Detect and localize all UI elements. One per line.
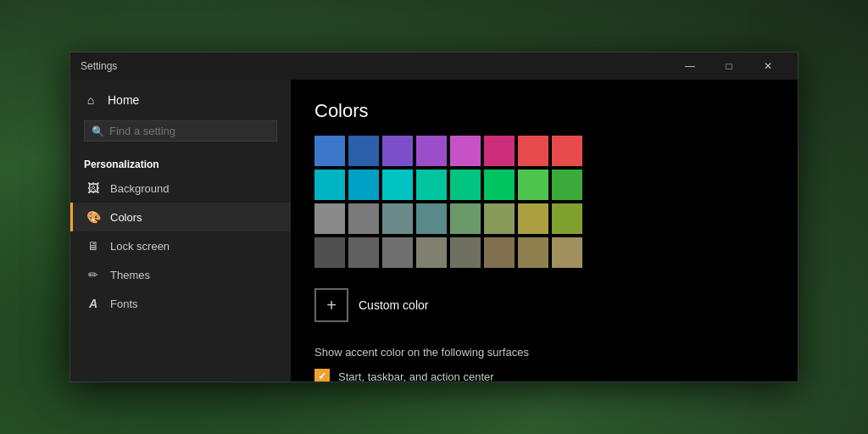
color-swatch[interactable] (484, 136, 515, 166)
minimize-button[interactable]: — (670, 53, 709, 80)
color-swatch[interactable] (314, 237, 345, 268)
sidebar-fonts-label: Fonts (110, 298, 138, 310)
sidebar: ⌂ Home 🔍 Personalization 🖼 Background 🎨 … (70, 80, 291, 381)
sidebar-themes-label: Themes (110, 269, 150, 281)
custom-color-label: Custom color (359, 298, 428, 312)
page-title: Colors (314, 100, 774, 122)
sidebar-colors-label: Colors (110, 211, 142, 224)
plus-icon: + (326, 296, 337, 315)
sidebar-item-themes[interactable]: ✏ Themes (70, 260, 291, 289)
fonts-icon: A (86, 297, 100, 310)
home-label: Home (108, 93, 139, 107)
sidebar-item-fonts[interactable]: A Fonts (70, 289, 291, 318)
color-swatch[interactable] (450, 170, 481, 200)
search-input[interactable] (109, 125, 270, 137)
personalization-section-label: Personalization (70, 148, 291, 174)
taskbar-checkbox-label: Start, taskbar, and action center (338, 370, 494, 382)
home-icon: ⌂ (84, 93, 97, 107)
color-swatch[interactable] (552, 203, 582, 234)
color-swatch[interactable] (450, 203, 481, 234)
title-bar: Settings — □ ✕ (70, 53, 798, 80)
sidebar-lockscreen-label: Lock screen (110, 240, 170, 253)
color-swatch[interactable] (450, 136, 481, 166)
color-swatch[interactable] (518, 203, 548, 234)
color-swatch[interactable] (518, 136, 548, 166)
custom-color-box: + (314, 288, 348, 322)
taskbar-checkbox-row[interactable]: Start, taskbar, and action center (314, 369, 774, 381)
taskbar-checkbox[interactable] (314, 369, 330, 381)
color-swatch[interactable] (484, 203, 515, 234)
background-icon: 🖼 (86, 181, 100, 195)
window-body: ⌂ Home 🔍 Personalization 🖼 Background 🎨 … (70, 80, 798, 381)
sidebar-item-colors[interactable]: 🎨 Colors (70, 203, 291, 231)
main-content: Colors + Custom color Show accent color … (291, 80, 798, 381)
color-swatch[interactable] (314, 170, 345, 200)
sidebar-item-background[interactable]: 🖼 Background (70, 174, 291, 203)
lockscreen-icon: 🖥 (86, 239, 100, 253)
maximize-button[interactable]: □ (709, 53, 748, 80)
color-swatch[interactable] (552, 136, 582, 166)
color-swatch[interactable] (382, 170, 413, 200)
sidebar-item-home[interactable]: ⌂ Home (70, 86, 291, 114)
color-swatch[interactable] (518, 237, 548, 268)
close-button[interactable]: ✕ (748, 53, 787, 80)
accent-surface-label: Show accent color on the following surfa… (314, 346, 774, 359)
color-swatch[interactable] (348, 136, 379, 166)
color-swatch[interactable] (382, 237, 413, 268)
search-icon: 🔍 (92, 125, 104, 137)
color-swatch[interactable] (416, 203, 447, 234)
settings-window: Settings — □ ✕ ⌂ Home 🔍 Personalization … (70, 52, 798, 382)
window-title: Settings (81, 60, 670, 72)
sidebar-item-lockscreen[interactable]: 🖥 Lock screen (70, 231, 291, 260)
color-grid (314, 136, 774, 268)
color-swatch[interactable] (416, 136, 447, 166)
color-swatch[interactable] (552, 237, 582, 268)
colors-icon: 🎨 (86, 210, 100, 224)
color-swatch[interactable] (348, 170, 379, 200)
color-swatch[interactable] (382, 203, 413, 234)
sidebar-background-label: Background (110, 182, 169, 195)
window-controls: — □ ✕ (670, 53, 787, 80)
color-swatch[interactable] (484, 237, 515, 268)
color-swatch[interactable] (552, 170, 582, 200)
custom-color-button[interactable]: + Custom color (314, 281, 774, 329)
color-swatch[interactable] (518, 170, 548, 200)
color-swatch[interactable] (348, 203, 379, 234)
color-swatch[interactable] (450, 237, 481, 268)
color-swatch[interactable] (314, 203, 345, 234)
color-swatch[interactable] (484, 170, 515, 200)
themes-icon: ✏ (86, 268, 100, 281)
color-swatch[interactable] (382, 136, 413, 166)
color-swatch[interactable] (348, 237, 379, 268)
search-box[interactable]: 🔍 (84, 120, 277, 142)
color-swatch[interactable] (416, 237, 447, 268)
color-swatch[interactable] (416, 170, 447, 200)
color-swatch[interactable] (314, 136, 345, 166)
